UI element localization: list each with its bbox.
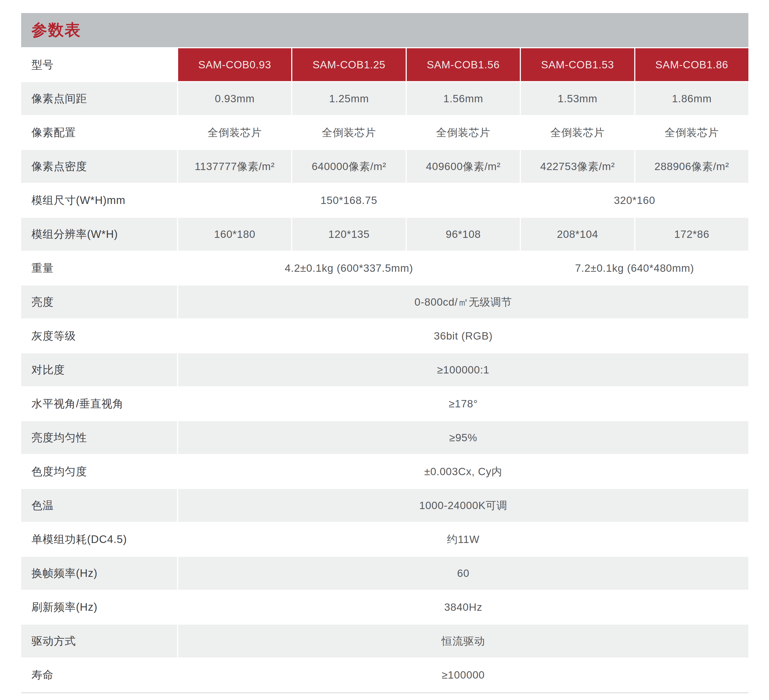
table-row: 驱动方式恒流驱动 bbox=[21, 624, 748, 657]
table-row: 模组尺寸(W*H)mm150*168.75320*160 bbox=[21, 184, 748, 217]
model-header-cell: SAM-COB1.25 bbox=[292, 48, 405, 81]
value-cell: 全倒装芯片 bbox=[521, 116, 634, 149]
table-row-model: 型号SAM-COB0.93SAM-COB1.25SAM-COB1.56SAM-C… bbox=[21, 48, 748, 81]
table-title: 参数表 bbox=[31, 19, 81, 41]
value-cell: 422753像素/m² bbox=[521, 150, 634, 183]
model-header-cell: SAM-COB1.56 bbox=[407, 48, 520, 81]
value-cell-full-span: 60 bbox=[178, 557, 748, 590]
row-label: 亮度均匀性 bbox=[21, 421, 177, 454]
value-cell-full-span: 36bit (RGB) bbox=[178, 320, 748, 352]
value-cell: 全倒装芯片 bbox=[178, 116, 291, 149]
table-row: 灰度等级36bit (RGB) bbox=[21, 320, 748, 352]
value-cell-full-span: 1000-24000K可调 bbox=[178, 489, 748, 522]
spec-sheet-page: 参数表 型号SAM-COB0.93SAM-COB1.25SAM-COB1.56S… bbox=[0, 0, 769, 700]
value-cell-full-span: ≥178° bbox=[178, 387, 748, 420]
value-cell-span-2: 320*160 bbox=[521, 184, 748, 217]
row-label: 像素点密度 bbox=[21, 150, 177, 183]
row-label: 灰度等级 bbox=[21, 320, 177, 352]
row-label: 重量 bbox=[21, 252, 177, 285]
value-cell-span-2: 7.2±0.1kg (640*480mm) bbox=[521, 252, 748, 285]
value-cell-span-3: 4.2±0.1kg (600*337.5mm) bbox=[178, 252, 520, 285]
row-label: 色温 bbox=[21, 489, 177, 522]
row-label: 寿命 bbox=[21, 658, 177, 691]
row-label: 像素点间距 bbox=[21, 82, 177, 115]
value-cell: 640000像素/m² bbox=[292, 150, 405, 183]
table-row: 重量4.2±0.1kg (600*337.5mm)7.2±0.1kg (640*… bbox=[21, 252, 748, 285]
table-row: 单模组功耗(DC4.5)约11W bbox=[21, 523, 748, 556]
row-label: 亮度 bbox=[21, 286, 177, 319]
value-cell-full-span: ≥100000 bbox=[178, 658, 748, 691]
row-label: 单模组功耗(DC4.5) bbox=[21, 523, 177, 556]
table-row: 亮度0-800cd/㎡无级调节 bbox=[21, 286, 748, 319]
table-row: 刷新频率(Hz)3840Hz bbox=[21, 591, 748, 624]
model-header-cell: SAM-COB1.53 bbox=[521, 48, 634, 81]
value-cell: 全倒装芯片 bbox=[407, 116, 520, 149]
value-cell: 1.86mm bbox=[635, 82, 748, 115]
table-row: 模组分辨率(W*H)160*180120*13596*108208*104172… bbox=[21, 218, 748, 251]
model-header-cell: SAM-COB1.86 bbox=[635, 48, 748, 81]
table-row: 亮度均匀性≥95% bbox=[21, 421, 748, 454]
value-cell-full-span: ≥100000:1 bbox=[178, 353, 748, 386]
value-cell: 全倒装芯片 bbox=[635, 116, 748, 149]
row-label: 模组尺寸(W*H)mm bbox=[21, 184, 177, 217]
value-cell: 172*86 bbox=[635, 218, 748, 251]
table-row: 色温1000-24000K可调 bbox=[21, 489, 748, 522]
row-label: 模组分辨率(W*H) bbox=[21, 218, 177, 251]
value-cell: 1.25mm bbox=[292, 82, 405, 115]
table-row: 像素点间距0.93mm1.25mm1.56mm1.53mm1.86mm bbox=[21, 82, 748, 115]
model-header-cell: SAM-COB0.93 bbox=[178, 48, 291, 81]
table-row: 换帧频率(Hz)60 bbox=[21, 557, 748, 590]
value-cell-span-3: 150*168.75 bbox=[178, 184, 520, 217]
value-cell: 全倒装芯片 bbox=[292, 116, 405, 149]
row-label: 像素配置 bbox=[21, 116, 177, 149]
value-cell: 1.53mm bbox=[521, 82, 634, 115]
table-row: 像素点密度1137777像素/m²640000像素/m²409600像素/m²4… bbox=[21, 150, 748, 183]
value-cell-full-span: ≥95% bbox=[178, 421, 748, 454]
row-label: 型号 bbox=[21, 48, 177, 81]
value-cell: 1137777像素/m² bbox=[178, 150, 291, 183]
value-cell: 120*135 bbox=[292, 218, 405, 251]
value-cell-full-span: 3840Hz bbox=[178, 591, 748, 624]
row-label: 刷新频率(Hz) bbox=[21, 591, 177, 624]
row-label: 驱动方式 bbox=[21, 624, 177, 657]
value-cell: 160*180 bbox=[178, 218, 291, 251]
row-label: 对比度 bbox=[21, 353, 177, 386]
value-cell: 409600像素/m² bbox=[407, 150, 520, 183]
value-cell: 288906像素/m² bbox=[635, 150, 748, 183]
row-label: 水平视角/垂直视角 bbox=[21, 387, 177, 420]
value-cell: 208*104 bbox=[521, 218, 634, 251]
row-label: 色度均匀度 bbox=[21, 455, 177, 488]
table-row: 对比度≥100000:1 bbox=[21, 353, 748, 386]
value-cell-full-span: 约11W bbox=[178, 523, 748, 556]
table-row: 寿命≥100000 bbox=[21, 658, 748, 691]
value-cell-full-span: 恒流驱动 bbox=[178, 624, 748, 657]
row-label: 换帧频率(Hz) bbox=[21, 557, 177, 590]
value-cell-full-span: 0-800cd/㎡无级调节 bbox=[178, 286, 748, 319]
value-cell-full-span: ±0.003Cx, Cy内 bbox=[178, 455, 748, 488]
spec-table: 参数表 型号SAM-COB0.93SAM-COB1.25SAM-COB1.56S… bbox=[21, 13, 748, 693]
table-title-bar: 参数表 bbox=[21, 13, 748, 47]
value-cell: 1.56mm bbox=[407, 82, 520, 115]
table-row: 色度均匀度±0.003Cx, Cy内 bbox=[21, 455, 748, 488]
table-row: 水平视角/垂直视角≥178° bbox=[21, 387, 748, 420]
table-bottom-divider bbox=[21, 692, 748, 693]
table-row: 像素配置全倒装芯片全倒装芯片全倒装芯片全倒装芯片全倒装芯片 bbox=[21, 116, 748, 149]
value-cell: 0.93mm bbox=[178, 82, 291, 115]
value-cell: 96*108 bbox=[407, 218, 520, 251]
